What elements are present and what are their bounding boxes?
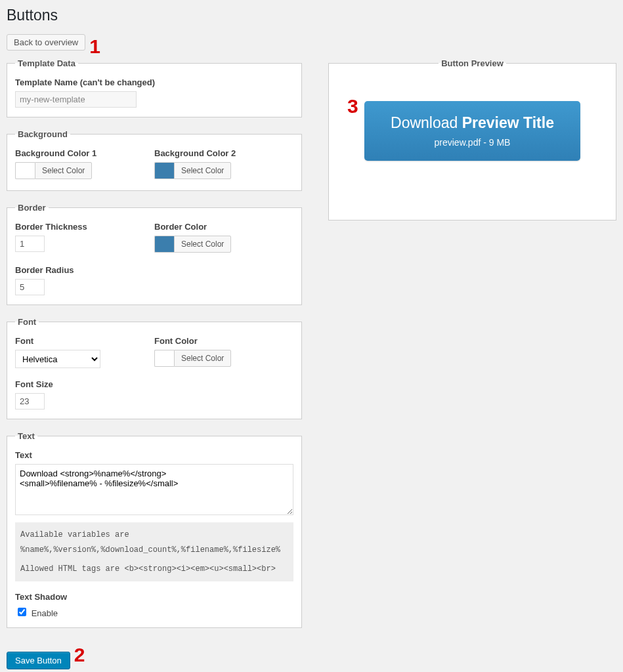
bg-color1-select-button[interactable]: Select Color: [35, 162, 92, 179]
border-color-label: Border Color: [154, 222, 293, 232]
border-thickness-input[interactable]: [15, 236, 45, 252]
hint-tags: Allowed HTML tags are <b><strong><i><em>…: [20, 562, 288, 577]
preview-legend: Button Preview: [439, 58, 506, 68]
page-title: Buttons: [7, 7, 616, 24]
font-legend: Font: [15, 317, 39, 327]
font-fieldset: Font Font Helvetica Font Color Select Co…: [7, 317, 302, 419]
template-data-legend: Template Data: [15, 58, 78, 68]
preview-main-strong: Preview Title: [462, 114, 554, 131]
font-family-select[interactable]: Helvetica: [15, 350, 100, 368]
bg-color2-label: Background Color 2: [154, 148, 293, 158]
preview-sub: preview.pdf - 9 MB: [391, 137, 554, 148]
text-shadow-enable-label: Enable: [32, 608, 58, 618]
text-textarea[interactable]: Download <strong>%name%</strong> <small>…: [15, 464, 293, 515]
back-to-overview-button[interactable]: Back to overview: [7, 34, 85, 51]
font-color-label: Font Color: [154, 336, 293, 346]
template-data-fieldset: Template Data Template Name (can't be ch…: [7, 58, 302, 117]
template-name-input: [15, 91, 137, 108]
preview-fieldset: Button Preview Download Preview Title pr…: [328, 58, 616, 220]
text-legend: Text: [15, 431, 37, 441]
template-name-label: Template Name (can't be changed): [15, 77, 293, 87]
text-hints: Available variables are %name%,%version%…: [15, 522, 293, 581]
annotation-3: 3: [347, 95, 358, 117]
border-color-swatch[interactable]: [154, 236, 174, 253]
border-radius-input[interactable]: [15, 279, 45, 295]
text-shadow-checkbox[interactable]: [18, 608, 26, 616]
font-color-swatch[interactable]: [154, 350, 174, 367]
font-family-label: Font: [15, 336, 154, 346]
font-size-input[interactable]: [15, 393, 45, 410]
bg-color1-swatch[interactable]: [15, 162, 35, 179]
border-thickness-label: Border Thickness: [15, 222, 154, 232]
annotation-1: 1: [89, 35, 100, 58]
font-size-label: Font Size: [15, 379, 293, 389]
font-color-select-button[interactable]: Select Color: [174, 350, 231, 367]
border-radius-label: Border Radius: [15, 265, 293, 275]
border-fieldset: Border Border Thickness Border Color Sel…: [7, 203, 302, 305]
text-shadow-label: Text Shadow: [15, 592, 293, 602]
text-fieldset: Text Text Download <strong>%name%</stron…: [7, 431, 302, 628]
annotation-2: 2: [74, 644, 85, 666]
save-button[interactable]: Save Button: [7, 652, 70, 669]
border-color-select-button[interactable]: Select Color: [174, 236, 231, 253]
bg-color2-swatch[interactable]: [154, 162, 174, 179]
border-legend: Border: [15, 203, 49, 213]
preview-main-pre: Download: [391, 114, 462, 131]
bg-color1-label: Background Color 1: [15, 148, 154, 158]
preview-button[interactable]: Download Preview Title preview.pdf - 9 M…: [364, 101, 580, 161]
text-field-label: Text: [15, 450, 293, 460]
text-shadow-enable-row[interactable]: Enable: [15, 608, 58, 618]
bg-color2-select-button[interactable]: Select Color: [174, 162, 231, 179]
background-legend: Background: [15, 129, 70, 139]
hint-variables: Available variables are %name%,%version%…: [20, 528, 288, 558]
background-fieldset: Background Background Color 1 Select Col…: [7, 129, 302, 191]
